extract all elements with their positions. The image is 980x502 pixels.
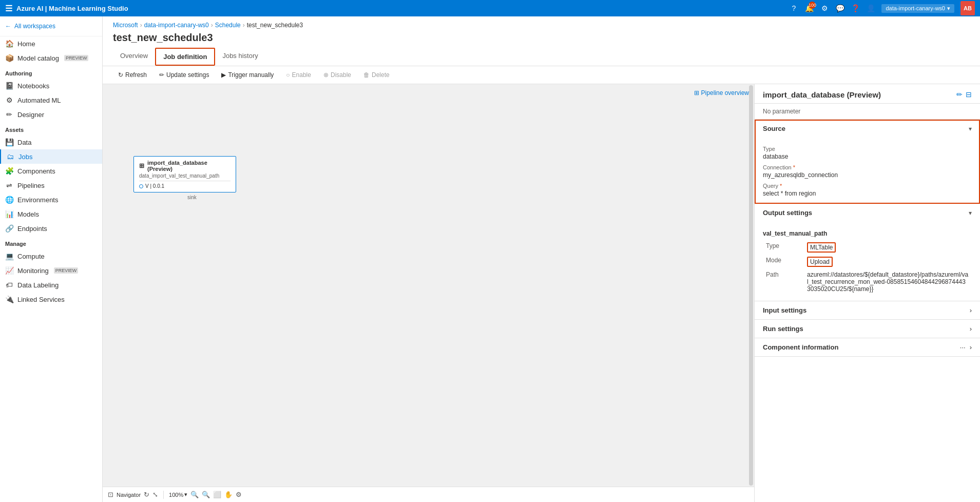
output-type-value: MLTable [804,240,972,255]
chat-icon[interactable]: 💬 [835,4,844,13]
input-settings-label: Input settings [763,306,806,314]
page-title: test_new_schedule3 [113,32,970,44]
refresh-icon: ↻ [118,71,123,79]
sidebar-item-designer[interactable]: ✏ Designer [0,107,102,122]
zoom-in-icon[interactable]: 🔍 [202,491,210,498]
sidebar-item-endpoints[interactable]: 🔗 Endpoints [0,221,102,236]
refresh-canvas-icon[interactable]: ↻ [144,491,149,498]
sidebar-item-data[interactable]: 💾 Data [0,135,102,149]
component-info-chevron-icon: › [970,343,972,351]
app-title: Azure AI | Machine Learning Studio [16,5,128,12]
canvas-scrollbar-v[interactable] [749,85,753,486]
canvas-area[interactable]: ⊞ Pipeline overview ⊞ import_data_databa… [103,84,754,502]
notifications-badge: 100 [809,2,816,9]
help-icon[interactable]: ? [789,4,798,13]
no-parameter-label: No parameter [755,104,980,120]
output-path-row: Path azureml://datastores/${default_data… [763,269,972,295]
component-info-dots-icon[interactable]: ··· [960,343,966,351]
pipeline-overview-link[interactable]: ⊞ Pipeline overview [694,89,749,96]
question-icon[interactable]: ❓ [851,4,860,13]
right-panel-header: import_data_database (Preview) ✏ ⊟ [755,84,980,104]
trigger-manually-button[interactable]: ▶ Trigger manually [216,69,279,81]
sidebar-item-home[interactable]: 🏠 Home [0,36,102,51]
canvas-select-icon[interactable]: ⬜ [213,491,221,498]
node-grid-icon: ⊞ [139,162,144,169]
workspace-selector[interactable]: data-import-canary-ws0 ▾ [881,4,954,13]
breadcrumb: Microsoft › data-import-canary-ws0 › Sch… [113,22,970,29]
breadcrumb-workspace[interactable]: data-import-canary-ws0 [144,22,209,29]
pipelines-icon: ⇌ [5,181,13,189]
home-icon: 🏠 [5,40,13,48]
zoom-out-icon[interactable]: 🔍 [190,491,199,498]
tab-jobs-history[interactable]: Jobs history [215,48,265,66]
back-icon: ← [5,23,11,30]
settings-icon[interactable]: ⚙ [820,4,829,13]
right-panel-title: import_data_database (Preview) [763,90,881,99]
breadcrumb-schedule[interactable]: Schedule [215,22,241,29]
canvas-node[interactable]: ⊞ import_data_database (Preview) data_im… [133,156,236,192]
avatar[interactable]: AB [960,1,975,15]
linked-services-icon: 🔌 [5,295,13,303]
sidebar-item-notebooks[interactable]: 📓 Notebooks [0,79,102,93]
source-section-chevron: ▾ [969,125,972,132]
canvas-fit-icon[interactable]: ⤡ [152,491,158,498]
component-information-row[interactable]: Component information ··· › [755,338,980,357]
port-dot [139,184,143,188]
tabs-container: Overview Job definition Jobs history [113,48,970,66]
panel-collapse-icon[interactable]: ⊟ [966,90,972,99]
output-settings-content: val_test_manual_path Type MLTable Mode [755,222,980,301]
user-icon[interactable]: 👤 [866,4,875,13]
navigator-icon[interactable]: ⊡ [108,491,113,498]
run-settings-row[interactable]: Run settings › [755,320,980,338]
manage-section-label: Manage [0,236,102,249]
sidebar-item-pipelines[interactable]: ⇌ Pipelines [0,178,102,192]
enable-icon: ○ [286,71,290,79]
sidebar-item-monitoring[interactable]: 📈 Monitoring PREVIEW [0,263,102,278]
jobs-icon: 🗂 [6,152,14,161]
navigator-label: Navigator [117,492,141,498]
sidebar-item-linked-services[interactable]: 🔌 Linked Services [0,292,102,306]
compute-icon: 💻 [5,252,13,260]
preview-badge: PREVIEW [64,55,89,61]
sidebar-item-data-labeling[interactable]: 🏷 Data Labeling [0,278,102,292]
output-settings-chevron: ▾ [969,209,972,217]
zoom-control[interactable]: 100% ▾ [169,491,187,498]
tab-overview[interactable]: Overview [113,48,155,66]
model-catalog-icon: 📦 [5,54,13,62]
canvas-more-icon[interactable]: ⚙ [236,491,242,498]
data-labeling-icon: 🏷 [5,281,13,289]
canvas-pan-icon[interactable]: ✋ [224,491,233,498]
monitoring-preview-badge: PREVIEW [54,267,79,274]
designer-icon: ✏ [5,110,13,119]
all-workspaces-back[interactable]: ← All workspaces [5,21,97,32]
sidebar-item-components[interactable]: 🧩 Components [0,164,102,178]
update-settings-button[interactable]: ✏ Update settings [154,69,214,81]
disable-button[interactable]: ⊗ Disable [318,69,356,81]
sidebar-item-compute[interactable]: 💻 Compute [0,249,102,263]
connection-value: my_azuresqldb_connection [763,171,972,179]
sidebar-item-environments[interactable]: 🌐 Environments [0,192,102,207]
delete-button[interactable]: 🗑 Delete [358,69,395,81]
tab-job-definition[interactable]: Job definition [155,48,215,66]
sidebar-item-model-catalog[interactable]: 📦 Model catalog PREVIEW [0,51,102,65]
sidebar-item-automated-ml[interactable]: ⚙ Automated ML [0,93,102,107]
breadcrumb-microsoft[interactable]: Microsoft [113,22,138,29]
components-icon: 🧩 [5,167,13,175]
refresh-button[interactable]: ↻ Refresh [113,69,152,81]
output-settings-header[interactable]: Output settings ▾ [755,204,980,222]
component-information-label: Component information [763,343,838,351]
workspace-label: data-import-canary-ws0 [886,5,945,11]
notifications-icon[interactable]: 🔔 100 [804,4,814,13]
hamburger-icon[interactable]: ☰ [5,4,12,13]
data-icon: 💾 [5,138,13,146]
input-settings-row[interactable]: Input settings › [755,301,980,320]
sidebar-item-jobs[interactable]: 🗂 Jobs [0,149,102,164]
output-mode-value: Upload [804,255,972,269]
sidebar-item-models[interactable]: 📊 Models [0,207,102,221]
type-label: Type [763,146,972,152]
source-section-header[interactable]: Source ▾ [755,120,980,138]
page-header: Microsoft › data-import-canary-ws0 › Sch… [103,16,980,66]
topbar: ☰ Azure AI | Machine Learning Studio ? 🔔… [0,0,980,16]
panel-edit-icon[interactable]: ✏ [956,90,963,99]
enable-button[interactable]: ○ Enable [281,69,316,81]
